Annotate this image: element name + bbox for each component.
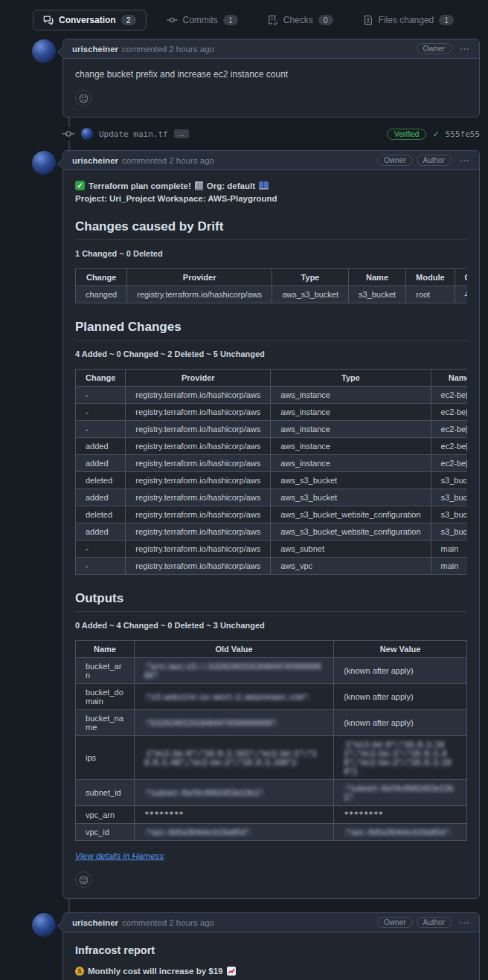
column-header: Name [431,370,467,387]
column-header: Type [272,269,349,286]
column-header: Provider [126,370,271,387]
table-row: -registry.terraform.io/hashicorp/awsaws_… [76,541,468,558]
tab-label: Commits [183,15,218,25]
tab-counter: 0 [318,15,333,25]
outputs-table: NameOld ValueNew Value bucket_arn "arn:a… [75,640,467,841]
column-header: Change [76,370,126,387]
comment-card-2: urischeiner commented 2 hours ago Owner … [62,150,480,899]
commit-message[interactable]: Update main.tf [99,129,168,139]
infracost-title: Infracost report [75,944,467,956]
tab-checks[interactable]: Checks 0 [258,10,343,30]
tab-label: Conversation [59,15,116,25]
comment-header: urischeiner commented 2 hours ago Owner … [63,39,479,59]
check-mark-icon: ✓ [75,181,85,190]
column-header: Type [271,370,431,387]
table-row: vpc_arn ******** ******** [76,806,467,824]
money-bag-icon: $ [75,967,84,976]
view-details-link[interactable]: View details in Harness [75,851,164,860]
drift-stats: 1 Changed ~ 0 Deleted [75,249,467,258]
column-header: New Value [334,641,467,658]
plan-complete-text: Terraform plan complete! [89,181,191,190]
comment-header: urischeiner commented 2 hours ago Owner … [63,151,479,170]
avatar[interactable] [81,128,93,140]
verified-badge[interactable]: Verified [387,129,426,140]
table-row: addedregistry.terraform.io/hashicorp/aws… [76,523,468,541]
tab-counter: 1 [439,15,454,25]
table-row: subnet_id "subnet-0af0c0902453e13b1" "su… [76,780,467,806]
commit-expand-button[interactable]: … [174,129,189,138]
owner-badge: Owner [377,155,412,166]
comment-card-1: urischeiner commented 2 hours ago Owner … [62,39,480,117]
tab-label: Files changed [379,15,434,25]
table-row: -registry.terraform.io/hashicorp/awsaws_… [76,421,468,438]
add-reaction-button[interactable] [75,871,92,888]
git-commit-icon [62,127,75,141]
table-row: -registry.terraform.io/hashicorp/awsaws_… [76,558,468,575]
org-text: Org: default [207,181,255,190]
file-diff-icon [363,15,373,25]
planned-changes-table: ChangeProviderTypeNameModuleChanges -reg… [75,369,467,575]
chart-increasing-icon [227,967,236,976]
outputs-stats: 0 Added ~ 4 Changed ~ 0 Deleted ~ 3 Unch… [75,621,467,630]
kebab-menu-icon[interactable]: ··· [460,45,470,54]
drift-section-title: Changes caused by Drift [75,219,467,240]
avatar[interactable] [32,39,56,63]
tab-commits[interactable]: Commits 1 [157,10,248,30]
comment-author[interactable]: urischeiner [72,918,118,927]
table-row: ips {"ec2-be-0":"10.0.1.161","ec2-be-1":… [76,736,467,780]
tab-files-changed[interactable]: Files changed 1 [353,10,464,30]
office-building-icon [195,181,203,190]
table-row: deletedregistry.terraform.io/hashicorp/a… [76,472,468,489]
plan-summary-line: ✓ Terraform plan complete! Org: default … [75,181,467,203]
project-text: Project: Uri_Project Workspace: AWS-Play… [75,194,277,203]
comment-author[interactable]: urischeiner [72,45,118,54]
comment-meta: commented 2 hours ago [122,45,214,54]
avatar[interactable] [32,913,56,937]
table-row: bucket_name "b32024031918484474500000000… [76,710,467,736]
column-header: Change [76,269,127,286]
table-row: deletedregistry.terraform.io/hashicorp/a… [76,506,468,523]
comment-header: urischeiner commented 2 hours ago Owner … [63,913,479,932]
comment-meta: commented 2 hours ago [122,918,214,927]
comment-body: change bucket prefix and increase ec2 in… [63,59,479,117]
avatar[interactable] [32,151,56,175]
table-row: addedregistry.terraform.io/hashicorp/aws… [76,455,468,472]
add-reaction-button[interactable] [75,90,92,106]
table-row: changedregistry.terraform.io/hashicorp/a… [76,286,468,303]
tab-label: Checks [283,15,313,25]
drift-table: ChangeProviderTypeNameModuleChanges chan… [75,268,467,303]
owner-badge: Owner [417,43,452,54]
comment-discussion-icon [43,15,54,25]
checklist-icon [268,15,278,25]
pr-tab-bar: Conversation 2 Commits 1 Checks 0 Files … [33,9,488,31]
cost-summary-line: $ Monthly cost will increase by $19 [75,967,467,976]
column-header: Module [406,269,455,286]
table-row: bucket_domain "s3-website-us-west-2.amaz… [76,684,467,710]
tab-counter: 2 [121,15,136,25]
outputs-section-title: Outputs [75,591,467,612]
column-header: Provider [127,269,272,286]
commit-sha[interactable]: 555fe55 [446,129,480,139]
table-row: vpc_id "vpc-0d5a364ebcb19a85d" "vpc-0d5a… [76,824,467,841]
check-icon: ✓ [432,129,439,139]
kebab-menu-icon[interactable]: ··· [460,918,470,927]
column-header: Changes [455,269,467,286]
comment-text: change bucket prefix and increase ec2 in… [75,69,467,80]
comment-meta: commented 2 hours ago [122,156,214,165]
column-header: Name [348,269,405,286]
column-header: Name [76,641,135,658]
cost-text: Monthly cost will increase by $19 [88,967,223,976]
kebab-menu-icon[interactable]: ··· [460,156,470,165]
table-row: -registry.terraform.io/hashicorp/awsaws_… [76,387,468,404]
author-badge: Author [417,917,452,928]
git-commit-icon [167,15,178,25]
pr-timeline: urischeiner commented 2 hours ago Owner … [0,39,488,980]
table-row: bucket_arn "arn:aws:s3:::b32024031918484… [76,658,467,684]
tab-conversation[interactable]: Conversation 2 [33,10,147,30]
commit-timeline-item: Update main.tf … Verified ✓ 555fe55 [62,123,480,144]
open-book-icon [259,181,269,190]
planned-section-title: Planned Changes [75,320,467,341]
comment-author[interactable]: urischeiner [72,156,118,165]
tab-counter: 1 [223,15,238,25]
author-badge: Author [417,155,452,166]
